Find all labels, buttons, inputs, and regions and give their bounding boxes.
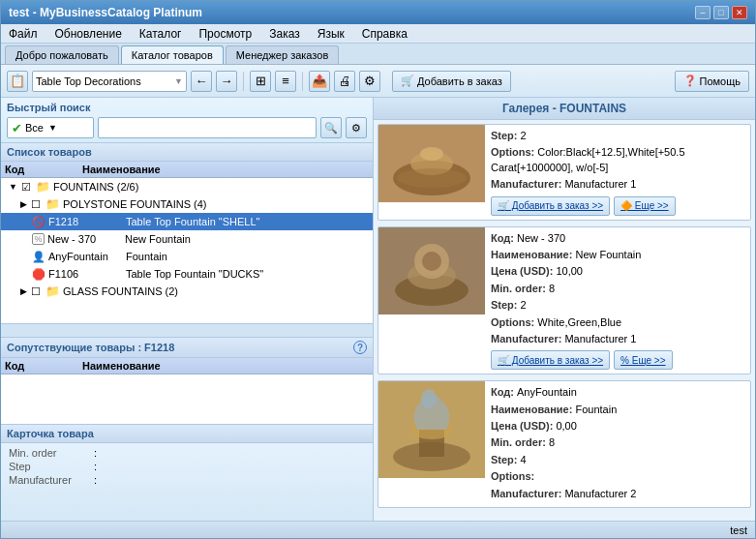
list-item[interactable]: 👤 AnyFountain Fountain <box>1 248 373 265</box>
price-value: 0,00 <box>556 420 576 432</box>
toolbar-sep2 <box>302 72 303 91</box>
menu-language[interactable]: Язык <box>314 26 348 42</box>
list-item[interactable]: 🛑 F1106 Table Top Fountain "DUCKS" <box>1 265 373 283</box>
checkbox-icon[interactable]: ☐ <box>29 285 43 298</box>
options-label: Options: <box>491 316 534 328</box>
add-to-order-btn[interactable]: 🛒 Добавить в заказ >> <box>491 196 610 216</box>
detail-manufacturer: Manufacturer: Manufacturer 1 <box>491 332 744 346</box>
menu-file[interactable]: Файл <box>5 26 42 42</box>
maximize-button[interactable]: □ <box>713 6 729 19</box>
close-button[interactable]: ✕ <box>732 6 747 19</box>
folder-icon: 📁 <box>45 284 60 298</box>
price-label: Цена (USD): <box>491 420 553 432</box>
manufacturer-label: Manufacturer: <box>491 333 561 344</box>
detail-step: Step: 2 <box>491 129 744 143</box>
detail-step: Step: 4 <box>491 453 744 467</box>
check-icon: ✔ <box>12 121 22 135</box>
user-icon: 👤 <box>32 251 45 263</box>
options-value: White,Green,Blue <box>537 316 621 328</box>
minorder-label: Min. order: <box>491 436 546 448</box>
tab-orders[interactable]: Менеджер заказов <box>226 45 340 64</box>
list-item[interactable]: % New - 370 New Fountain <box>1 230 373 248</box>
add-to-order-btn[interactable]: 🛒 Добавить в заказ >> <box>491 350 610 370</box>
item-name: FOUNTAINS (2/6) <box>53 181 369 193</box>
list-view-button[interactable]: ≡ <box>275 71 296 92</box>
options-label: Options: <box>491 470 534 482</box>
manufacturer-label: Manufacturer: <box>491 488 561 499</box>
checkbox-icon[interactable]: ☑ <box>19 181 33 194</box>
settings-button[interactable]: ⚙ <box>359 71 380 92</box>
fountain-svg <box>378 125 485 202</box>
item-name: Table Top Fountain "SHELL" <box>126 216 369 227</box>
menu-catalog[interactable]: Каталог <box>136 26 186 42</box>
item-name: POLYSTONE FOUNTAINS (4) <box>63 198 369 210</box>
list-item[interactable]: ▼ ☑ 📁 FOUNTAINS (2/6) <box>1 178 373 195</box>
item-code: New - 370 <box>47 233 125 245</box>
expand-icon[interactable]: ▶ <box>20 286 27 296</box>
name-value: Fountain <box>575 404 617 415</box>
card-field: Min. order : <box>9 447 365 459</box>
more-btn[interactable]: 🔶 Еще >> <box>614 196 676 216</box>
add-to-order-button[interactable]: 🛒 Добавить в заказ <box>392 71 511 92</box>
step-label: Step <box>9 461 86 472</box>
list-item[interactable]: 🚫 F1218 Table Top Fountain "SHELL" <box>1 213 373 230</box>
help-button[interactable]: ❓ Помощь <box>675 71 750 92</box>
grid-view-button[interactable]: ⊞ <box>250 71 271 92</box>
search-input[interactable] <box>98 117 317 138</box>
dropdown-label: Все <box>25 122 44 134</box>
tab-welcome[interactable]: Добро пожаловать <box>5 45 119 64</box>
menu-view[interactable]: Просмотр <box>195 26 256 42</box>
related-help-icon[interactable]: ? <box>353 341 367 354</box>
detail-name: Наименование: New Fountain <box>491 248 744 262</box>
price-label: Цена (USD): <box>491 265 553 277</box>
minorder-value: : <box>94 447 97 459</box>
search-button[interactable]: 🔍 <box>320 117 342 138</box>
item-name: GLASS FOUNTAINS (2) <box>63 285 369 297</box>
cart-icon: 🛒 <box>401 75 414 87</box>
search-category-dropdown[interactable]: ✔ Все ▼ <box>7 117 94 138</box>
detail-manufacturer: Manufacturer: Manufacturer 2 <box>491 487 744 501</box>
card-field: Manufacturer : <box>9 474 365 486</box>
detail-options: Options: <box>491 469 744 484</box>
tab-catalog[interactable]: Каталог товаров <box>121 45 224 64</box>
collapse-icon[interactable]: ▼ <box>9 182 17 192</box>
right-panel: Галерея - FOUNTAINS <box>374 98 755 521</box>
menu-order[interactable]: Заказ <box>265 26 303 42</box>
menu-help[interactable]: Справка <box>358 26 411 42</box>
search-filter-button[interactable]: ⚙ <box>346 117 367 138</box>
list-column-headers: Код Наименование <box>1 162 373 178</box>
back-button[interactable]: ← <box>191 71 212 92</box>
expand-icon[interactable]: ▶ <box>20 199 27 209</box>
export-button[interactable]: 📤 <box>309 71 330 92</box>
list-item[interactable]: ▶ ☐ 📁 GLASS FOUNTAINS (2) <box>1 283 373 300</box>
product-card-section: Карточка товара Min. order : Step : Manu… <box>1 424 373 521</box>
manufacturer-value: Manufacturer 1 <box>564 178 636 190</box>
manufacturer-value: : <box>94 474 97 486</box>
stop-icon: 🛑 <box>32 268 45 281</box>
minimize-button[interactable]: – <box>695 6 711 19</box>
minorder-label: Min. order: <box>491 283 546 294</box>
card-field: Step : <box>9 461 365 472</box>
gallery-scroll[interactable]: Step: 2 Options: Color:Black[+12.5],Whit… <box>374 120 755 521</box>
options-label: Options: <box>491 146 534 158</box>
detail-options: Options: White,Green,Blue <box>491 315 744 330</box>
product-image <box>378 381 485 478</box>
manufacturer-value: Manufacturer 2 <box>564 488 636 499</box>
svg-point-4 <box>397 168 467 188</box>
search-title: Быстрый поиск <box>7 102 367 113</box>
print-button[interactable]: 🖨 <box>334 71 355 92</box>
list-item[interactable]: ▶ ☐ 📁 POLYSTONE FOUNTAINS (4) <box>1 195 373 213</box>
horizontal-scrollbar[interactable] <box>1 323 373 337</box>
catalog-input[interactable] <box>36 75 171 87</box>
more-btn[interactable]: % Еще >> <box>614 350 672 370</box>
related-col-name: Наименование <box>82 360 369 372</box>
catalog-icon-btn[interactable]: 📋 <box>7 71 28 92</box>
checkbox-icon[interactable]: ☐ <box>29 198 43 211</box>
step-value: 2 <box>521 299 527 311</box>
menu-update[interactable]: Обновление <box>51 26 126 42</box>
related-list <box>1 374 373 424</box>
product-list-section: Список товаров Код Наименование ▼ ☑ 📁 FO… <box>1 143 373 337</box>
item-code: AnyFountain <box>48 251 126 262</box>
forward-button[interactable]: → <box>216 71 237 92</box>
detail-minorder: Min. order: 8 <box>491 282 744 296</box>
